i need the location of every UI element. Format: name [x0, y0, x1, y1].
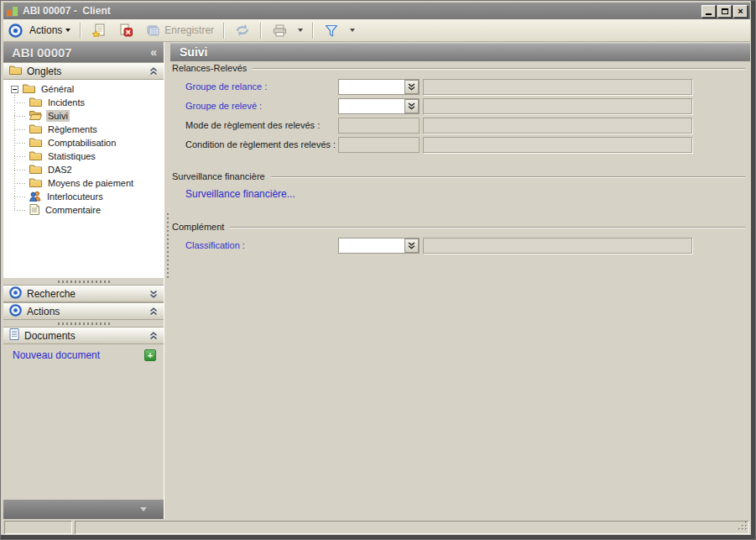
groupe-de-relance-desc — [423, 79, 692, 95]
combo-dropdown-button[interactable] — [404, 99, 419, 113]
new-document-row: Nouveau document + — [3, 344, 164, 363]
maximize-icon — [722, 8, 728, 14]
panel-drag-handle[interactable] — [58, 280, 110, 283]
group-surveillance-financiere: Surveillance financière — [172, 171, 745, 181]
folder-icon — [29, 97, 42, 108]
surveillance-financiere-link[interactable]: Surveillance financière... — [185, 188, 295, 200]
sidebar-bottom-bar[interactable] — [3, 500, 164, 519]
chevron-down-icon — [65, 29, 70, 32]
panel-label-recherche: Recherche — [27, 288, 76, 300]
panel-label-onglets: Onglets — [27, 66, 61, 77]
sidebar-splitter[interactable] — [164, 42, 170, 519]
panel-label-actions: Actions — [27, 306, 60, 317]
combo-dropdown-button[interactable] — [404, 80, 419, 94]
group-label: Surveillance financière — [172, 171, 271, 181]
classification-input[interactable] — [339, 239, 404, 253]
chevron-double-up-icon — [149, 67, 158, 76]
field-row-mode-reglement: Mode de règlement des relevés : — [170, 118, 750, 134]
refresh-button[interactable] — [230, 20, 255, 40]
print-button[interactable] — [267, 20, 292, 40]
status-bar — [3, 519, 750, 534]
window-title: ABI 00007 - Client — [23, 5, 111, 17]
new-document-button[interactable] — [86, 20, 112, 40]
field-label: Condition de règlement des relevés : — [185, 139, 336, 149]
tree-item-comptabilisation[interactable]: Comptabilisation — [3, 136, 164, 149]
panel-header-onglets[interactable]: Onglets — [3, 62, 164, 80]
panel-header-actions[interactable]: Actions — [3, 302, 164, 320]
folder-icon — [23, 83, 35, 95]
close-button[interactable]: × — [733, 5, 748, 18]
groupe-de-relance-input[interactable] — [339, 80, 404, 94]
panel-header-recherche[interactable]: Recherche — [3, 285, 164, 302]
save-button[interactable]: Enregistrer — [140, 20, 218, 40]
tree-item-general[interactable]: Général — [3, 82, 164, 96]
maximize-button[interactable] — [717, 5, 732, 18]
tree-item-interlocuteurs[interactable]: Interlocuteurs — [3, 190, 164, 203]
chevron-double-down-icon — [408, 83, 415, 91]
group-label: Complément — [172, 222, 230, 232]
panel-drag-handle[interactable] — [58, 322, 110, 325]
tree-item-label: Comptabilisation — [46, 137, 117, 149]
sidebar-empty-area — [3, 363, 164, 500]
new-document-link[interactable]: Nouveau document — [13, 349, 100, 361]
mode-reglement-desc — [423, 118, 692, 134]
field-row-classification: Classification : — [170, 238, 750, 254]
filter-button[interactable] — [319, 20, 344, 40]
window-body: ABI 00007 « Onglets Général — [3, 42, 750, 519]
group-relances-releves: Relances-Relevés — [172, 63, 745, 73]
add-document-button[interactable]: + — [144, 349, 156, 361]
tree-item-das2[interactable]: DAS2 — [3, 163, 164, 176]
field-row-groupe-de-releve: Groupe de relevé : — [170, 98, 750, 115]
tree-item-statistiques[interactable]: Statistiques — [3, 149, 164, 163]
close-icon: × — [738, 7, 743, 16]
groupe-de-releve-desc — [423, 98, 692, 114]
tree-item-label: Général — [39, 83, 76, 95]
mode-reglement-input — [338, 118, 420, 134]
group-complement: Complément — [172, 222, 745, 232]
sidebar-collapse-button[interactable]: « — [150, 46, 157, 58]
groupe-de-relance-combo[interactable] — [338, 79, 420, 95]
target-icon — [9, 286, 22, 301]
minimize-button[interactable] — [701, 5, 716, 18]
group-divider — [253, 68, 745, 70]
groupe-de-releve-input[interactable] — [339, 99, 404, 113]
splitter-grip[interactable] — [167, 213, 169, 280]
printer-icon — [271, 22, 288, 39]
group-label: Relances-Relevés — [172, 63, 253, 73]
chevron-down-icon — [140, 507, 147, 511]
target-icon — [7, 22, 23, 39]
delete-button[interactable] — [113, 20, 138, 40]
field-row-groupe-de-relance: Groupe de relance : — [170, 79, 750, 96]
toolbar-separator — [80, 23, 81, 39]
sidebar: ABI 00007 « Onglets Général — [3, 42, 164, 519]
print-dropdown-button[interactable] — [294, 27, 307, 34]
filter-dropdown-button[interactable] — [346, 27, 359, 34]
tree-item-commentaire[interactable]: Commentaire — [3, 203, 164, 217]
new-document-icon — [91, 22, 107, 39]
actions-menu-button[interactable]: Actions — [25, 23, 75, 38]
tree-item-reglements[interactable]: Règlements — [3, 123, 164, 136]
folder-icon — [29, 150, 42, 162]
chevron-double-down-icon — [408, 242, 415, 249]
classification-desc — [423, 238, 692, 254]
tree-item-moyens-de-paiement[interactable]: Moyens de paiement — [3, 176, 164, 190]
groupe-de-releve-combo[interactable] — [338, 98, 420, 114]
classification-combo[interactable] — [338, 238, 420, 254]
combo-dropdown-button[interactable] — [404, 239, 419, 253]
condition-reglement-desc — [423, 137, 692, 153]
panel-header-documents[interactable]: Documents — [3, 327, 164, 344]
tree-item-label: Commentaire — [44, 204, 102, 216]
field-label: Mode de règlement des relevés : — [185, 120, 320, 130]
folder-icon — [29, 177, 42, 189]
app-window: ABI 00007 - Client × Actions — [0, 0, 756, 540]
actions-menu-label: Actions — [29, 24, 62, 36]
tree-item-suivi[interactable]: Suivi — [3, 109, 164, 123]
chevron-down-icon — [298, 29, 303, 32]
tree-item-incidents[interactable]: Incidents — [3, 96, 164, 109]
note-icon — [29, 204, 39, 217]
resize-grip-icon[interactable] — [738, 521, 748, 532]
main-panel: Suivi Relances-Relevés Groupe de relance… — [170, 42, 750, 519]
group-divider — [230, 227, 745, 228]
target-icon — [9, 304, 22, 319]
save-icon — [144, 22, 161, 39]
